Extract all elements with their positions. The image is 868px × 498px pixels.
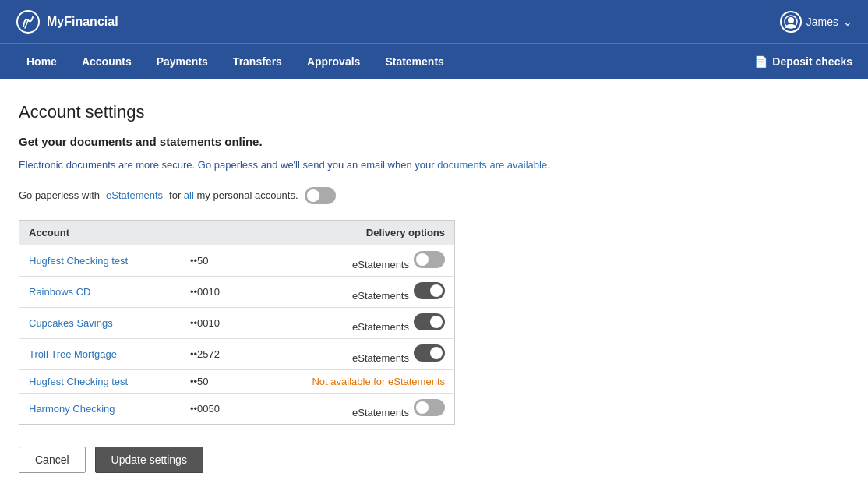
page-title: Account settings [19,102,838,122]
account-number: ••2572 [181,338,247,369]
top-bar: MyFinancial James ⌄ [0,0,868,43]
account-name-link[interactable]: Hugfest Checking test [29,255,128,267]
account-name-link[interactable]: Hugfest Checking test [29,376,128,387]
buttons-row: Cancel Update settings [19,447,838,473]
nav-payments[interactable]: Payments [146,46,219,77]
paperless-text-prefix: Go paperless with [19,189,100,201]
paperless-toggle[interactable] [305,187,336,204]
accounts-table: Account Delivery options Hugfest Checkin… [19,220,455,425]
svg-point-1 [788,17,794,23]
account-name-link[interactable]: Rainbows CD [29,286,90,298]
row-toggle[interactable] [414,251,445,268]
row-toggle[interactable] [414,313,445,330]
delivery-cell: eStatements [247,338,455,369]
account-number: ••0010 [181,307,247,338]
user-avatar [780,11,802,33]
toggle-track [414,251,445,268]
cancel-button[interactable]: Cancel [19,447,86,473]
nav-accounts[interactable]: Accounts [71,46,143,77]
logo[interactable]: MyFinancial [16,9,118,34]
row-toggle[interactable] [414,344,445,362]
toggle-track [414,313,445,330]
description: Electronic documents are more secure. Go… [19,157,838,173]
account-number: ••50 [181,245,247,276]
toggle-thumb [430,284,443,297]
account-name-cell: Cupcakes Savings [19,307,181,338]
account-name-cell: Hugfest Checking test [19,369,181,393]
toggle-thumb [430,347,443,359]
logo-text: MyFinancial [47,15,118,29]
delivery-cell: eStatements [247,393,455,424]
user-menu[interactable]: James ⌄ [780,11,852,33]
delivery-cell: eStatements [247,276,455,307]
toggle-thumb [416,401,429,414]
nav-links: Home Accounts Payments Transfers Approva… [16,46,455,77]
table-row: Hugfest Checking test••50Not available f… [19,369,455,393]
delivery-cell: eStatements [247,245,455,276]
row-toggle[interactable] [414,282,445,299]
table-row: Rainbows CD••0010eStatements [19,276,455,307]
estatements-label: eStatements [352,352,409,364]
account-number: ••0010 [181,276,247,307]
documents-link[interactable]: documents are available [437,159,547,171]
row-toggle[interactable] [414,399,445,416]
nav-bar: Home Accounts Payments Transfers Approva… [0,43,868,79]
user-name: James [806,16,838,28]
paperless-row: Go paperless with eStatements for all my… [19,187,838,204]
deposit-checks-label: Deposit checks [772,55,852,68]
account-name-cell: Troll Tree Mortgage [19,338,181,369]
table-row: Cupcakes Savings••0010eStatements [19,307,455,338]
estatements-label: eStatements [352,259,409,270]
table-row: Harmony Checking••0050eStatements [19,393,455,424]
nav-home[interactable]: Home [16,46,68,77]
page-subtitle: Get your documents and statements online… [19,135,838,148]
update-settings-button[interactable]: Update settings [95,447,203,473]
chevron-down-icon: ⌄ [843,16,852,28]
account-name-link[interactable]: Troll Tree Mortgage [29,348,117,360]
deposit-checks-button[interactable]: 📄 Deposit checks [754,55,852,68]
estatements-link[interactable]: eStatements [106,189,163,201]
toggle-track [414,282,445,299]
delivery-cell: eStatements [247,307,455,338]
nav-statements[interactable]: Statements [374,46,454,77]
account-name-link[interactable]: Harmony Checking [29,403,115,415]
paperless-text-suffix: for all my personal accounts. [169,189,298,201]
table-row: Hugfest Checking test••50eStatements [19,245,455,276]
estatements-label: eStatements [352,290,409,302]
paperless-toggle-thumb [307,189,319,202]
account-name-link[interactable]: Cupcakes Savings [29,317,113,329]
nav-approvals[interactable]: Approvals [296,46,371,77]
toggle-thumb [430,316,443,328]
toggle-track [414,344,445,362]
deposit-icon: 📄 [754,55,767,68]
nav-transfers[interactable]: Transfers [222,46,293,77]
delivery-cell: Not available for eStatements [247,369,455,393]
paperless-toggle-track [305,187,336,204]
table-row: Troll Tree Mortgage••2572eStatements [19,338,455,369]
account-name-cell: Rainbows CD [19,276,181,307]
description-text: Electronic documents are more secure. Go… [19,159,550,171]
main-content: Account settings Get your documents and … [0,79,857,496]
toggle-thumb [416,253,429,266]
estatements-label: eStatements [352,321,409,333]
col-account: Account [19,220,247,245]
not-available-label: Not available for eStatements [312,376,445,387]
toggle-track [414,399,445,416]
col-delivery: Delivery options [247,220,455,245]
account-name-cell: Harmony Checking [19,393,181,424]
estatements-label: eStatements [352,407,409,419]
account-number: ••50 [181,369,247,393]
account-number: ••0050 [181,393,247,424]
account-name-cell: Hugfest Checking test [19,245,181,276]
